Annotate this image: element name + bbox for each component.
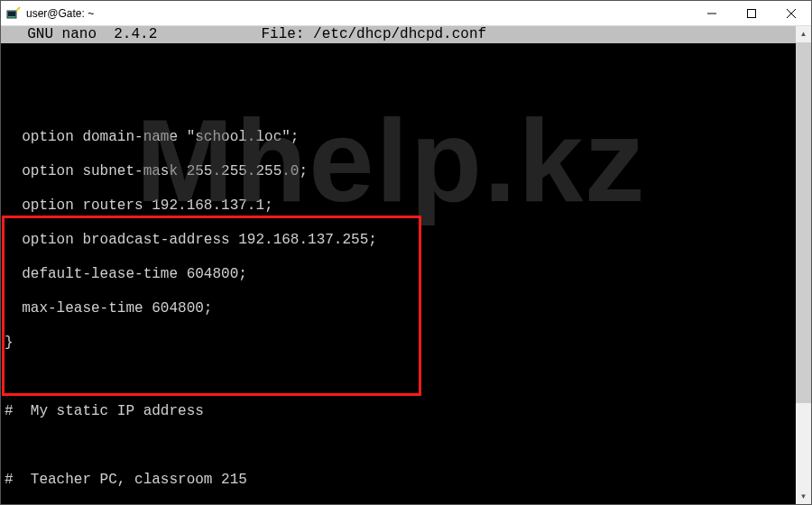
scrollbar-down-button[interactable]: ▼ xyxy=(796,489,811,504)
editor-line xyxy=(5,369,796,386)
scrollbar-up-button[interactable]: ▲ xyxy=(796,26,811,41)
maximize-button[interactable] xyxy=(732,1,771,26)
minimize-button[interactable] xyxy=(692,1,732,26)
nano-version: 2.4.2 xyxy=(114,26,157,42)
titlebar: user@Gate: ~ xyxy=(1,1,811,26)
editor-area[interactable]: option domain-name "school.loc"; option … xyxy=(1,43,796,504)
putty-icon xyxy=(6,6,21,21)
scrollbar-thumb[interactable] xyxy=(796,42,811,403)
terminal-content: Mhelp.kz GNU nano 2.4.2 File: /etc/dhcp/… xyxy=(1,26,796,504)
svg-line-2 xyxy=(16,7,20,11)
editor-line xyxy=(5,60,796,78)
maximize-icon xyxy=(747,9,756,18)
chevron-up-icon: ▲ xyxy=(800,30,807,38)
nano-app: GNU nano xyxy=(27,26,97,42)
editor-line: option subnet-mask 255.255.255.0; xyxy=(5,163,796,180)
app-window: user@Gate: ~ Mhelp.kz GNU nano 2.4.2 Fil… xyxy=(0,0,812,505)
nano-file-path: /etc/dhcp/dhcpd.conf xyxy=(313,26,486,42)
editor-line: # Teacher PC, classroom 215 xyxy=(5,472,796,489)
nano-header: GNU nano 2.4.2 File: /etc/dhcp/dhcpd.con… xyxy=(1,26,796,43)
editor-line xyxy=(5,437,796,454)
close-button[interactable] xyxy=(771,1,811,26)
editor-line: } xyxy=(5,335,796,352)
window-title: user@Gate: ~ xyxy=(26,7,94,20)
editor-line: default-lease-time 604800; xyxy=(5,266,796,283)
nano-file-label: File: xyxy=(261,26,304,42)
svg-rect-1 xyxy=(8,12,15,16)
terminal[interactable]: Mhelp.kz GNU nano 2.4.2 File: /etc/dhcp/… xyxy=(1,26,811,504)
editor-line: option domain-name "school.loc"; xyxy=(5,129,796,146)
editor-line: option routers 192.168.137.1; xyxy=(5,197,796,215)
close-icon xyxy=(787,9,796,18)
editor-line: option broadcast-address 192.168.137.255… xyxy=(5,232,796,249)
editor-line: max-lease-time 604800; xyxy=(5,300,796,317)
editor-line: # My static IP address xyxy=(5,403,796,420)
svg-rect-4 xyxy=(748,9,756,17)
editor-line xyxy=(5,95,796,112)
minimize-icon xyxy=(707,9,716,18)
chevron-down-icon: ▼ xyxy=(800,492,807,500)
